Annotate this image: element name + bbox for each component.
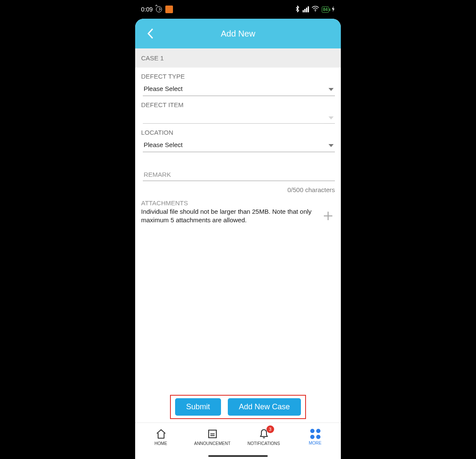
nav-more-label: MORE bbox=[309, 441, 322, 445]
submit-button[interactable]: Submit bbox=[175, 398, 221, 416]
nav-home[interactable]: HOME bbox=[135, 423, 187, 451]
app-running-icon bbox=[165, 6, 173, 13]
svg-point-0 bbox=[315, 11, 316, 11]
defect-type-label: DEFECT TYPE bbox=[141, 73, 335, 80]
wifi-icon bbox=[312, 6, 319, 13]
back-button[interactable] bbox=[147, 28, 154, 39]
announcement-icon bbox=[207, 428, 218, 439]
attachments-note: Individual file should not be larger tha… bbox=[141, 207, 315, 225]
chevron-down-icon bbox=[328, 114, 334, 122]
location-value: Please Select bbox=[144, 141, 183, 148]
location-label: LOCATION bbox=[141, 129, 335, 136]
defect-type-select[interactable]: Please Select bbox=[143, 85, 335, 96]
nav-more[interactable]: MORE bbox=[289, 423, 341, 451]
nav-announcement[interactable]: ANNOUNCEMENT bbox=[187, 423, 238, 451]
nav-notifications-label: NOTIFICATIONS bbox=[247, 441, 280, 446]
actions-highlight-box: Submit Add New Case bbox=[170, 395, 306, 419]
clock-text: 0:09 bbox=[141, 6, 153, 13]
add-attachment-button[interactable] bbox=[321, 209, 335, 223]
charging-icon bbox=[332, 6, 335, 13]
defect-item-label: DEFECT ITEM bbox=[141, 101, 335, 108]
bottom-nav: HOME ANNOUNCEMENT 3 NOTIFICATIONS MORE bbox=[135, 422, 341, 451]
attachments-label: ATTACHMENTS bbox=[141, 199, 335, 207]
nav-announcement-label: ANNOUNCEMENT bbox=[194, 441, 231, 446]
status-bar: 0:09 84 bbox=[135, 0, 341, 19]
case-section-header: CASE 1 bbox=[135, 48, 341, 68]
notifications-badge: 3 bbox=[266, 425, 274, 433]
cell-signal-icon bbox=[303, 6, 309, 12]
defect-item-select[interactable] bbox=[143, 113, 335, 124]
battery-indicator: 84 bbox=[322, 6, 329, 13]
add-new-case-button[interactable]: Add New Case bbox=[228, 398, 301, 416]
defect-type-value: Please Select bbox=[144, 85, 183, 92]
nav-notifications[interactable]: 3 NOTIFICATIONS bbox=[238, 423, 289, 451]
chevron-down-icon bbox=[328, 86, 334, 93]
remark-input[interactable] bbox=[143, 170, 335, 181]
nav-home-label: HOME bbox=[155, 441, 167, 446]
chevron-down-icon bbox=[328, 142, 334, 149]
home-indicator[interactable] bbox=[208, 455, 268, 457]
home-icon bbox=[156, 428, 167, 439]
remark-counter: 0/500 characters bbox=[135, 182, 341, 197]
alarm-icon bbox=[156, 6, 162, 12]
location-select[interactable]: Please Select bbox=[143, 141, 335, 152]
bluetooth-icon bbox=[295, 6, 300, 14]
more-icon bbox=[310, 429, 320, 439]
app-header: Add New bbox=[135, 19, 341, 48]
page-title: Add New bbox=[221, 29, 255, 39]
